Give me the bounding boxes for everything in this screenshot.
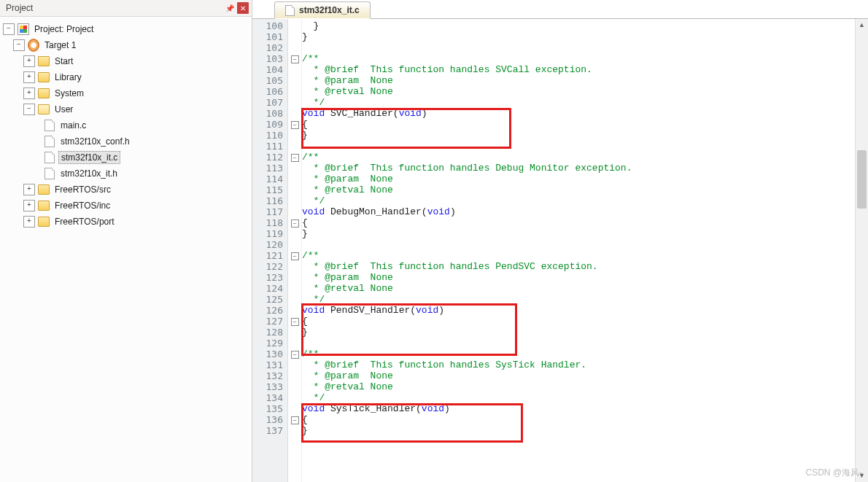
code-line[interactable]: { [302,119,855,130]
code-line[interactable] [302,141,855,152]
code-line[interactable] [302,239,855,250]
tree-item-icon [44,152,55,163]
code-line[interactable]: * @brief This function handles SysTick H… [302,359,855,370]
code-line[interactable]: } [302,425,855,436]
fold-toggle-icon[interactable]: − [291,351,299,359]
expand-toggle-icon[interactable]: + [23,200,35,211]
code-line[interactable]: /** [302,152,855,163]
code-line[interactable]: } [302,31,855,42]
editor-tabbar: stm32f10x_it.c [252,0,868,19]
code-line[interactable]: * @brief This function handles SVCall ex… [302,64,855,75]
code-line[interactable]: } [302,20,855,31]
tree-item-label: Target 1 [42,39,78,51]
fold-toggle-icon[interactable]: − [291,55,299,63]
tree-item-label: Project: Project [32,23,96,35]
code-line[interactable]: */ [302,195,855,206]
tree-group-start[interactable]: +Start [3,53,250,69]
code-line[interactable] [302,42,855,53]
scroll-down-arrow[interactable]: ▼ [856,470,868,482]
code-line[interactable]: /** [302,349,855,359]
fold-column[interactable]: −−−−−−−− [288,19,302,482]
expand-toggle-icon[interactable]: + [23,71,35,83]
code-line[interactable]: * @param None [302,174,855,184]
tree-item-icon [38,71,50,83]
code-line[interactable]: * @param None [302,75,855,86]
code-line[interactable]: void SysTick_Handler(void) [302,403,855,414]
code-line[interactable]: */ [302,294,855,305]
code-line[interactable]: * @retval None [302,86,855,97]
vertical-scrollbar[interactable]: ▲ ▼ [855,19,868,482]
tab-label: stm32f10x_it.c [299,5,360,15]
tree-group-freertos-inc[interactable]: +FreeRTOS/inc [3,198,250,214]
code-line[interactable]: } [302,130,855,141]
expand-toggle-icon[interactable]: + [23,55,35,67]
expand-toggle-icon[interactable]: + [23,216,35,228]
tree-file-main-c[interactable]: main.c [3,117,250,133]
code-line[interactable]: void SVC_Handler(void) [302,108,855,119]
tree-group-user[interactable]: −User [3,101,250,117]
fold-toggle-icon[interactable]: − [291,154,299,162]
tree-item-label: main.c [58,120,88,131]
tree-item-icon [38,88,50,99]
code-line[interactable]: } [302,228,855,239]
tree-group-freertos-port[interactable]: +FreeRTOS/port [3,214,250,230]
project-panel-title: Project [6,3,222,13]
tree-file-stm32f10x-conf-h[interactable]: stm32f10x_conf.h [3,133,250,149]
fold-toggle-icon[interactable]: − [291,416,299,424]
code-content[interactable]: }}/** * @brief This function handles SVC… [302,19,855,482]
tree-file-stm32f10x-it-h[interactable]: stm32f10x_it.h [3,166,250,182]
code-line[interactable]: void DebugMon_Handler(void) [302,206,855,217]
code-line[interactable]: * @retval None [302,283,855,294]
tree-item-icon [44,136,55,147]
code-area[interactable]: 1001011021031041051061071081091101111121… [252,19,868,482]
expand-toggle-icon[interactable]: + [23,88,35,99]
code-line[interactable]: * @brief This function handles PendSVC e… [302,261,855,272]
tree-root[interactable]: −Project: Project [3,21,250,37]
code-line[interactable] [302,338,855,349]
expand-toggle-icon[interactable]: − [23,104,35,115]
tree-group-system[interactable]: +System [3,85,250,101]
tree-item-icon [38,55,50,67]
code-line[interactable]: /** [302,250,855,261]
tree-item-icon [38,104,50,115]
tree-item-label: User [53,104,75,115]
tree-item-icon [38,184,50,195]
code-line[interactable]: } [302,327,855,338]
code-line[interactable]: void PendSV_Handler(void) [302,305,855,316]
fold-toggle-icon[interactable]: − [291,121,299,129]
code-line[interactable]: * @param None [302,370,855,381]
fold-toggle-icon[interactable]: − [291,219,299,228]
tree-item-icon [38,216,50,228]
editor-area: stm32f10x_it.c 1001011021031041051061071… [252,0,868,482]
tree-item-label: System [53,88,86,99]
fold-toggle-icon[interactable]: − [291,318,299,326]
scroll-thumb[interactable] [857,150,867,209]
code-line[interactable]: * @brief This function handles Debug Mon… [302,163,855,174]
expand-toggle-icon[interactable]: − [3,23,15,35]
fold-toggle-icon[interactable]: − [291,252,299,260]
scroll-up-arrow[interactable]: ▲ [856,19,868,31]
tree-group-freertos-src[interactable]: +FreeRTOS/src [3,182,250,198]
pin-icon[interactable]: 📌 [224,2,236,14]
code-line[interactable]: * @param None [302,272,855,283]
tree-group-library[interactable]: +Library [3,69,250,85]
tab-stm32f10x-it-c[interactable]: stm32f10x_it.c [274,1,371,19]
code-line[interactable]: */ [302,97,855,108]
code-line[interactable]: { [302,414,855,425]
code-line[interactable]: /** [302,53,855,64]
code-line[interactable]: { [302,316,855,327]
line-gutter: 1001011021031041051061071081091101111121… [252,19,288,482]
expand-toggle-icon[interactable]: − [13,39,25,51]
code-line[interactable]: */ [302,392,855,403]
tree-item-icon [28,39,39,51]
expand-toggle-icon[interactable]: + [23,184,35,195]
code-line[interactable]: * @retval None [302,381,855,392]
tree-item-icon [44,120,55,131]
project-tree[interactable]: −Project: Project−Target 1+Start+Library… [0,17,252,482]
tree-item-label: stm32f10x_it.h [58,168,120,179]
code-line[interactable]: { [302,217,855,228]
close-icon[interactable]: ✕ [237,2,249,14]
tree-file-stm32f10x-it-c[interactable]: stm32f10x_it.c [3,149,250,166]
code-line[interactable]: * @retval None [302,184,855,195]
tree-target[interactable]: −Target 1 [3,37,250,53]
